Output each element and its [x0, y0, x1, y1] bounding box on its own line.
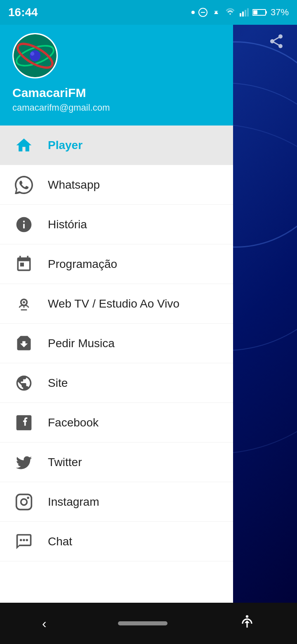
- svg-point-15: [23, 301, 25, 303]
- status-bar: 16:44 37%: [0, 0, 297, 25]
- menu-item-programacao[interactable]: Programação: [0, 244, 233, 284]
- info-icon: [12, 213, 35, 236]
- svg-point-13: [31, 52, 34, 56]
- svg-rect-4: [245, 10, 246, 17]
- status-icons: 37%: [191, 7, 289, 18]
- avatar: [12, 33, 58, 78]
- nav-bar: ‹: [0, 603, 297, 644]
- facebook-icon: [12, 411, 35, 434]
- svg-rect-8: [253, 10, 257, 14]
- whatsapp-icon: [12, 173, 35, 197]
- music-request-icon: [12, 332, 35, 355]
- menu-item-player[interactable]: Player: [0, 125, 233, 165]
- menu-item-site[interactable]: Site: [0, 363, 233, 403]
- globe-icon: [12, 372, 35, 395]
- menu-item-webtv[interactable]: Web TV / Estudio Ao Vivo: [0, 284, 233, 324]
- status-time: 16:44: [8, 6, 38, 19]
- status-dot: [191, 11, 195, 14]
- instagram-icon: [12, 490, 35, 514]
- svg-point-21: [26, 539, 28, 541]
- svg-point-17: [21, 499, 27, 505]
- home-pill[interactable]: [118, 621, 167, 625]
- svg-point-20: [23, 539, 25, 541]
- menu-label-webtv: Web TV / Estudio Ao Vivo: [48, 297, 179, 310]
- menu-label-programacao: Programação: [48, 258, 117, 271]
- menu-label-whatsapp: Whatsapp: [48, 178, 100, 192]
- svg-rect-5: [247, 8, 249, 17]
- share-icon[interactable]: [268, 33, 285, 53]
- accessibility-button[interactable]: [227, 610, 267, 637]
- menu-label-instagram: Instagram: [48, 495, 99, 509]
- drawer-menu: CamacariFM camacarifm@gmail.com Player W…: [0, 0, 233, 644]
- menu-item-whatsapp[interactable]: Whatsapp: [0, 165, 233, 205]
- menu-item-historia[interactable]: História: [0, 205, 233, 244]
- menu-item-facebook[interactable]: Facebook: [0, 403, 233, 443]
- menu-label-twitter: Twitter: [48, 456, 82, 469]
- twitter-icon: [12, 451, 35, 474]
- calendar-icon: [12, 253, 35, 276]
- menu-item-chat[interactable]: Chat: [0, 522, 233, 561]
- home-icon: [12, 134, 35, 157]
- back-button[interactable]: ‹: [30, 612, 59, 635]
- menu-label-player: Player: [48, 139, 82, 152]
- menu-label-site: Site: [48, 376, 68, 390]
- svg-point-12: [30, 50, 40, 61]
- menu-label-facebook: Facebook: [48, 416, 99, 429]
- drawer-email: camacarifm@gmail.com: [12, 102, 221, 113]
- svg-point-19: [20, 539, 22, 541]
- svg-point-18: [27, 497, 29, 499]
- chat-icon: [12, 530, 35, 553]
- menu-item-pedir[interactable]: Pedir Musica: [0, 324, 233, 363]
- menu-list: Player Whatsapp História Programação: [0, 125, 233, 644]
- svg-rect-2: [240, 13, 241, 17]
- menu-label-historia: História: [48, 218, 87, 231]
- webcam-icon: [12, 292, 35, 315]
- drawer-name: CamacariFM: [12, 86, 221, 100]
- battery-percent: 37%: [271, 7, 289, 18]
- menu-label-pedir: Pedir Musica: [48, 337, 115, 350]
- svg-rect-16: [16, 494, 32, 509]
- svg-rect-3: [242, 12, 244, 17]
- menu-label-chat: Chat: [48, 535, 72, 548]
- menu-item-instagram[interactable]: Instagram: [0, 482, 233, 522]
- menu-item-twitter[interactable]: Twitter: [0, 443, 233, 482]
- svg-rect-7: [266, 11, 267, 14]
